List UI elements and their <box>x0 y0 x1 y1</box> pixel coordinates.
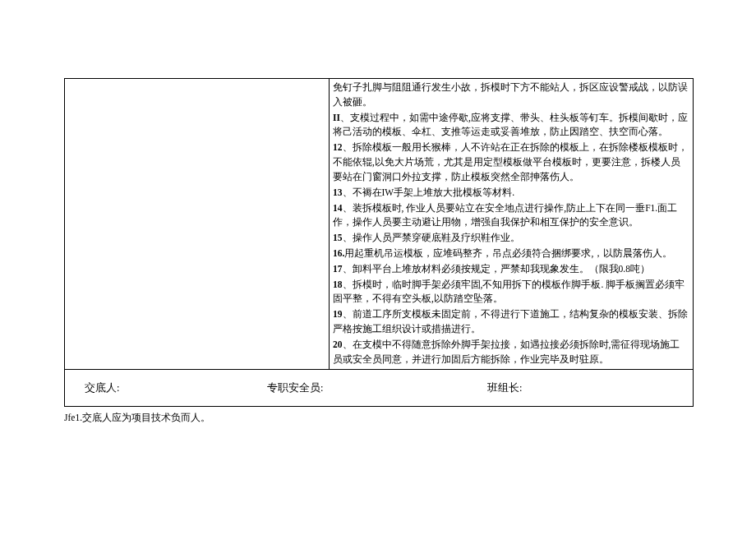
item-number: 18 <box>333 279 343 289</box>
rule-line: 14、装拆模板时, 作业人员要站立在安全地点进行操作,防止上下在同一垂F1.面工… <box>333 201 689 231</box>
rule-line: 20、在支模中不得随意拆除外脚手架拉接，如遇拉接必须拆除时,需征得现场施工员或安… <box>333 338 689 367</box>
content-cell: 免钉子扎脚与阻阻通行发生小故，拆模时下方不能站人，拆区应设警戒战，以防误入被砸。… <box>330 79 693 369</box>
item-number: 19 <box>333 309 343 319</box>
rule-line: 12、拆除模板一般用长猴棒，人不许站在正在拆除的模板上，在拆除楼板模板时，不能依… <box>333 141 689 184</box>
left-cell-empty <box>65 79 330 369</box>
signature-label-leader: 班组长: <box>487 380 685 396</box>
rule-line: II、支模过程中，如需中途停歇,应将支撑、带头、柱头板等钉车。拆模间歇时，应将己… <box>333 111 689 141</box>
document-page: 免钉子扎脚与阻阻通行发生小故，拆模时下方不能站人，拆区应设警戒战，以防误入被砸。… <box>0 0 756 535</box>
item-number: 17 <box>333 264 343 274</box>
item-number: 15 <box>333 233 343 242</box>
rule-line: 15、操作人员严禁穿硬底鞋及疗织鞋作业。 <box>333 231 689 246</box>
item-text: 、装拆模板时, 作业人员要站立在安全地点进行操作,防止上下在同一垂F1.面工作，… <box>333 203 677 228</box>
signature-label-safety: 专职安全员: <box>267 380 487 396</box>
item-text: 、拆除模板一般用长猴棒，人不许站在正在拆除的模板上，在拆除楼板模板时，不能依辊,… <box>333 142 688 182</box>
rule-line: 13、不褥在IW手架上堆放大批模板等材料. <box>333 186 689 201</box>
rule-line: 免钉子扎脚与阻阻通行发生小故，拆模时下方不能站人，拆区应设警戒战，以防误入被砸。 <box>333 81 689 110</box>
item-number: 16. <box>333 248 344 258</box>
item-text: 、拆模时，临时脚手架必须牢固,不知用拆下的模板作脚手板. 脚手板搁置必须牢固平整… <box>333 279 685 304</box>
item-number: 20 <box>333 339 343 349</box>
content-row: 免钉子扎脚与阻阻通行发生小故，拆模时下方不能站人，拆区应设警戒战，以防误入被砸。… <box>65 79 693 370</box>
main-table: 免钉子扎脚与阻阻通行发生小故，拆模时下方不能站人，拆区应设警戒战，以防误入被砸。… <box>64 78 694 407</box>
item-number: 12 <box>333 142 343 152</box>
item-text: 、支模过程中，如需中途停歇,应将支撑、带头、柱头板等钉车。拆模间歇时，应将己活动… <box>333 113 688 137</box>
rule-line: 16.用起重机吊运模板，应堆码整齐，吊点必须符合捆绑要求,，以防晨落伤人。 <box>333 247 689 261</box>
item-number: 13 <box>333 187 343 197</box>
rule-line: 17、卸料平台上堆放材料必须按规定，严禁却我现象发生。（限我0.8吨） <box>333 262 689 277</box>
item-number: II <box>333 113 340 122</box>
item-text: 、前道工序所支模板未固定前，不得进行下道施工，结构复杂的模板安装、拆除严格按施工… <box>333 309 688 334</box>
signature-row: 交底人: 专职安全员: 班组长: <box>65 370 693 406</box>
signature-label-presenter: 交底人: <box>73 380 267 396</box>
item-number: 14 <box>333 203 343 213</box>
signature-inner: 交底人: 专职安全员: 班组长: <box>65 380 693 396</box>
footnote-text: Jfe1.交底人应为项目技术负而人。 <box>64 410 210 425</box>
item-text: 、卸料平台上堆放材料必须按规定，严禁却我现象发生。（限我0.8吨） <box>343 264 650 274</box>
item-text: 、不褥在IW手架上堆放大批模板等材料. <box>343 187 515 197</box>
item-text: 、在支模中不得随意拆除外脚手架拉接，如遇拉接必须拆除时,需征得现场施工员或安全员… <box>333 339 680 364</box>
item-text: 、操作人员严禁穿硬底鞋及疗织鞋作业。 <box>343 233 520 242</box>
rule-line: 19、前道工序所支模板未固定前，不得进行下道施工，结构复杂的模板安装、拆除严格按… <box>333 307 689 337</box>
rule-line: 18、拆模时，临时脚手架必须牢固,不知用拆下的模板作脚手板. 脚手板搁置必须牢固… <box>333 278 689 307</box>
item-text: 用起重机吊运模板，应堆码整齐，吊点必须符合捆绑要求,，以防晨落伤人。 <box>344 248 672 258</box>
